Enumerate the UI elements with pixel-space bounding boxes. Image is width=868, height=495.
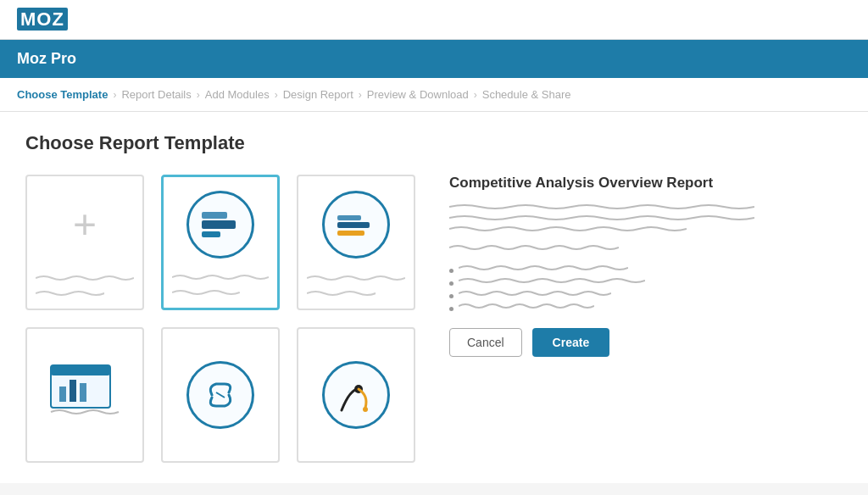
action-buttons: Cancel Create [449, 328, 834, 357]
breadcrumb-sep-3: › [275, 89, 278, 101]
template-card-site[interactable] [25, 327, 144, 463]
breadcrumb-sep-4: › [359, 89, 362, 101]
svg-rect-0 [202, 220, 236, 229]
template-card-overview[interactable] [297, 175, 415, 310]
site-icon [36, 337, 134, 453]
breadcrumb-choose-template[interactable]: Choose Template [17, 88, 108, 101]
svg-rect-2 [202, 231, 220, 237]
svg-rect-8 [59, 387, 66, 402]
breadcrumb-add-modules[interactable]: Add Modules [205, 88, 270, 101]
bullet-dot-1 [449, 269, 453, 273]
breadcrumb-preview-download[interactable]: Preview & Download [367, 88, 469, 101]
content-area: + [25, 175, 843, 463]
svg-rect-3 [337, 222, 370, 228]
svg-rect-7 [51, 365, 110, 375]
bullet-2 [449, 277, 834, 286]
svg-rect-5 [337, 231, 364, 236]
template-card-blank[interactable]: + [25, 175, 144, 310]
nav-bar: Moz Pro [0, 40, 868, 78]
detail-panel: Competitive Analysis Overview Report [441, 175, 843, 463]
bullet-1 [449, 264, 834, 273]
card-label-blank [36, 270, 134, 300]
breadcrumb-schedule-share[interactable]: Schedule & Share [482, 88, 571, 101]
overview-icon [307, 185, 405, 264]
cancel-button[interactable]: Cancel [449, 328, 522, 357]
rank-icon [307, 337, 405, 453]
breadcrumb: Choose Template › Report Details › Add M… [0, 78, 868, 112]
competitive-icon [172, 186, 269, 264]
breadcrumb-sep-2: › [197, 89, 200, 101]
blank-icon: + [36, 185, 134, 264]
app-name: Moz Pro [17, 50, 76, 67]
breadcrumb-design-report[interactable]: Design Report [283, 88, 353, 101]
svg-rect-9 [70, 380, 76, 402]
breadcrumb-sep-1: › [113, 89, 116, 101]
links-icon [171, 337, 270, 453]
svg-line-11 [216, 392, 225, 398]
breadcrumb-report-details[interactable]: Report Details [121, 88, 191, 101]
bullet-dot-3 [449, 294, 453, 298]
svg-rect-10 [80, 383, 86, 402]
moz-logo: MOZ [17, 8, 68, 31]
detail-description [449, 203, 834, 251]
card-label-overview [307, 270, 405, 300]
svg-rect-1 [202, 212, 227, 219]
template-card-competitive[interactable] [161, 175, 280, 310]
detail-title: Competitive Analysis Overview Report [449, 175, 834, 192]
template-grid: + [25, 175, 415, 463]
top-bar: MOZ [0, 0, 868, 40]
main-content: Choose Report Template + [0, 112, 868, 483]
template-card-links[interactable] [161, 327, 280, 463]
page-title: Choose Report Template [25, 132, 843, 154]
template-card-rank[interactable] [297, 327, 415, 463]
detail-bullets [449, 264, 834, 311]
bullet-dot-4 [449, 307, 453, 311]
svg-point-13 [363, 407, 368, 412]
card-label-competitive [172, 269, 269, 299]
bullet-3 [449, 290, 834, 298]
create-button[interactable]: Create [532, 328, 610, 357]
breadcrumb-sep-5: › [474, 89, 477, 101]
svg-rect-4 [337, 215, 361, 220]
bullet-4 [449, 303, 834, 311]
bullet-dot-2 [449, 281, 453, 286]
